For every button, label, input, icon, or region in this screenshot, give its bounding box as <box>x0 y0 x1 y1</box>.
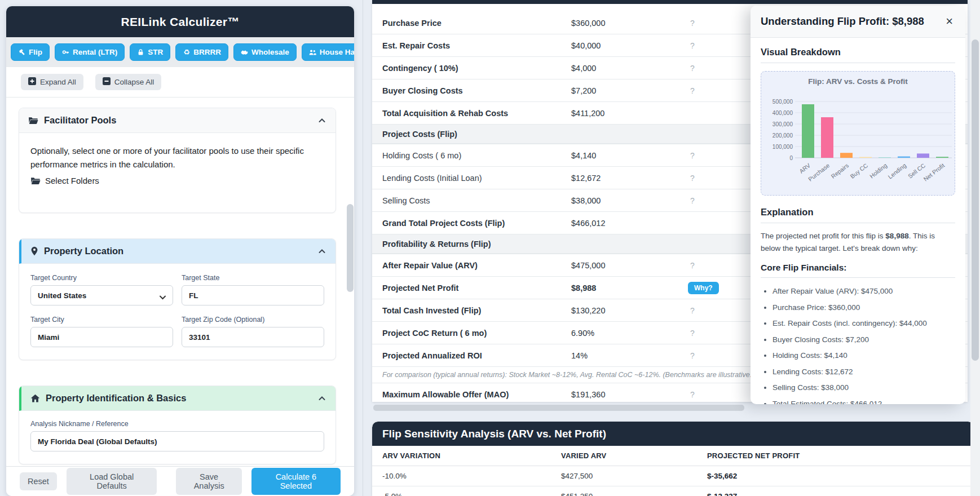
property-location-header[interactable]: Property Location <box>19 239 336 264</box>
target-city-value: Miami <box>38 333 59 342</box>
divider <box>761 223 955 223</box>
core-financial-item: Holding Costs: $4,140 <box>772 348 955 364</box>
cell-variation: -10.0% <box>382 472 561 480</box>
expand-all-button[interactable]: Expand All <box>21 74 83 90</box>
minus-square-icon <box>103 77 111 87</box>
sensitivity-row: -10.0%$427,500$-35,662 <box>372 466 974 486</box>
row-label: Holding Costs ( 6 mo) <box>382 151 571 160</box>
tab-house-hack[interactable]: House Hack <box>302 43 354 61</box>
help-question-icon[interactable]: ? <box>688 329 697 338</box>
row-help-cell: ? <box>688 196 722 205</box>
sensitivity-row: -5.0%$451,250$-13,337 <box>372 486 974 496</box>
explanation-heading: Explanation <box>761 207 955 218</box>
row-value: $466,012 <box>571 219 688 228</box>
tab-label: House Hack <box>320 48 354 56</box>
x-tick-label: Purchase <box>807 162 831 183</box>
house-icon <box>30 394 40 402</box>
tab-brrrr[interactable]: ♻BRRRR <box>175 43 228 61</box>
collapse-all-button[interactable]: Collapse All <box>95 74 162 90</box>
tab-wholesale[interactable]: Wholesale <box>233 43 297 61</box>
load-global-defaults-button[interactable]: Load Global Defaults <box>67 468 157 495</box>
chevron-up-icon[interactable] <box>317 394 326 403</box>
drawer-body: Visual Breakdown Flip: ARV vs. Costs & P… <box>751 38 965 404</box>
row-help-cell: ? <box>688 86 722 95</box>
lock-icon <box>137 48 144 56</box>
left-panel-scrollbar[interactable] <box>347 204 354 292</box>
column-divider <box>363 0 363 496</box>
chevron-up-icon[interactable] <box>317 116 326 125</box>
cell-variation: -5.0% <box>382 492 561 496</box>
tab-rental-ltr[interactable]: Rental (LTR) <box>55 43 125 61</box>
tab-label: Wholesale <box>251 48 289 56</box>
target-state-input[interactable]: FL <box>182 285 324 305</box>
facilitator-pools-header[interactable]: Facilitator Pools <box>19 108 336 133</box>
results-card-header-strip <box>372 0 968 4</box>
recycle-icon: ♻ <box>183 48 190 56</box>
target-country-select[interactable]: United States <box>30 285 173 305</box>
target-zip-input[interactable]: 33101 <box>182 327 324 347</box>
chart-plot-area: 0100,000200,000300,000400,000500,000ARVP… <box>761 86 955 193</box>
help-question-icon[interactable]: ? <box>688 390 697 399</box>
results-horizontal-scrollbar[interactable] <box>373 405 744 411</box>
benchmark-note-text: For comparison (typical annual returns):… <box>382 371 754 379</box>
help-question-icon[interactable]: ? <box>688 174 697 183</box>
chart-bar-holding <box>879 157 891 158</box>
target-zip-label: Target Zip Code (Optional) <box>182 316 324 324</box>
section-facilitator-pools: Facilitator Pools Optionally, select one… <box>19 108 336 213</box>
y-tick-label: 200,000 <box>772 132 793 139</box>
calculator-scroll-area: Facilitator Pools Optionally, select one… <box>6 98 354 466</box>
tab-label: Flip <box>29 48 42 56</box>
help-question-icon[interactable]: ? <box>688 351 697 360</box>
help-question-icon[interactable]: ? <box>688 41 697 50</box>
row-help-cell: ? <box>688 390 722 399</box>
column-header: ARV VARIATION <box>382 451 561 460</box>
help-question-icon[interactable]: ? <box>688 151 697 160</box>
row-value: $130,220 <box>571 306 688 315</box>
chevron-up-icon[interactable] <box>317 247 326 256</box>
help-question-icon[interactable]: ? <box>688 86 697 95</box>
tab-str[interactable]: STR <box>130 43 170 61</box>
section-title: Property Identification & Basics <box>46 393 312 404</box>
row-value: $4,000 <box>571 64 688 73</box>
flip-profit-drawer: Understanding Flip Profit: $8,988 × Visu… <box>751 6 965 404</box>
sensitivity-table: ARV VARIATIONVARIED ARVPROJECTED NET PRO… <box>372 446 974 496</box>
help-question-icon[interactable]: ? <box>688 261 697 270</box>
row-label: Est. Repair Costs <box>382 41 571 50</box>
tab-flip[interactable]: Flip <box>11 43 50 61</box>
row-value: 6.90% <box>571 329 688 338</box>
help-question-icon[interactable]: ? <box>688 64 697 73</box>
calculate-selected-button[interactable]: Calculate 6 Selected <box>251 468 341 495</box>
facilitator-pools-body: Optionally, select one or more of your f… <box>19 133 336 212</box>
section-header-label: Project Costs (Flip) <box>382 130 457 139</box>
plus-square-icon <box>28 77 36 87</box>
save-analysis-button[interactable]: Save Analysis <box>176 468 241 495</box>
analysis-nickname-input[interactable]: My Florida Deal (Global Defaults) <box>30 431 324 451</box>
facilitator-description: Optionally, select one or more of your f… <box>30 144 324 171</box>
target-city-input[interactable]: Miami <box>30 327 173 347</box>
row-label: Projected Net Profit <box>382 284 571 293</box>
sensitivity-card: Flip Sensitivity Analysis (ARV vs. Net P… <box>372 422 974 496</box>
explanation-profit-value: $8,988 <box>885 232 908 240</box>
row-value: $475,000 <box>571 261 688 270</box>
tab-label: Rental (LTR) <box>73 48 117 56</box>
row-help-cell: ? <box>688 41 722 50</box>
section-property-identification: Property Identification & Basics Analysi… <box>19 386 336 464</box>
column-header: PROJECTED NET PROFIT <box>707 451 964 460</box>
reset-button[interactable]: Reset <box>20 472 57 490</box>
cell-varied-arv: $427,500 <box>561 472 707 480</box>
x-tick-label: Lending <box>886 162 907 180</box>
row-value: $360,000 <box>571 19 688 28</box>
help-question-icon[interactable]: ? <box>688 306 697 315</box>
page-scrollbar-thumb[interactable] <box>972 39 979 361</box>
drawer-header: Understanding Flip Profit: $8,988 × <box>751 6 965 38</box>
select-folders-button[interactable]: Select Folders <box>30 176 324 185</box>
expand-all-label: Expand All <box>40 78 76 86</box>
close-icon[interactable]: × <box>943 14 955 29</box>
help-question-icon[interactable]: ? <box>688 19 697 28</box>
help-question-icon[interactable]: ? <box>688 196 697 205</box>
chart-bar-purchase <box>821 117 833 158</box>
row-help-cell: ? <box>688 64 722 73</box>
why-button[interactable]: Why? <box>688 282 719 294</box>
chart-bar-sell-cc <box>917 153 929 158</box>
property-identification-header[interactable]: Property Identification & Basics <box>19 386 336 411</box>
